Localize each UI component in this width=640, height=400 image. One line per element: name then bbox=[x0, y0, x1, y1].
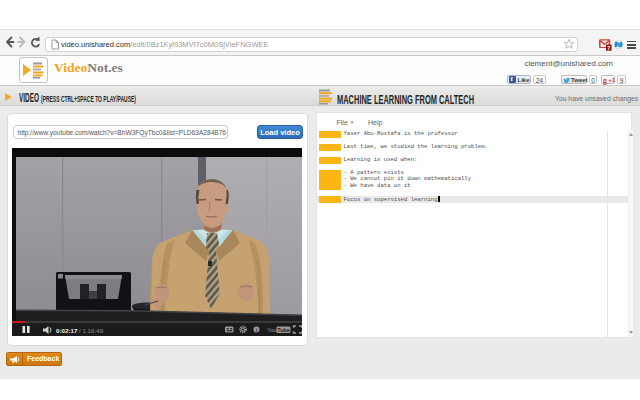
svg-text:/ 1:16:49: / 1:16:49 bbox=[79, 327, 104, 334]
svg-text:7: 7 bbox=[607, 45, 610, 51]
svg-text:Tube: Tube bbox=[277, 327, 289, 333]
svg-text:You: You bbox=[267, 327, 276, 333]
svg-text:0:02:17: 0:02:17 bbox=[56, 327, 78, 334]
